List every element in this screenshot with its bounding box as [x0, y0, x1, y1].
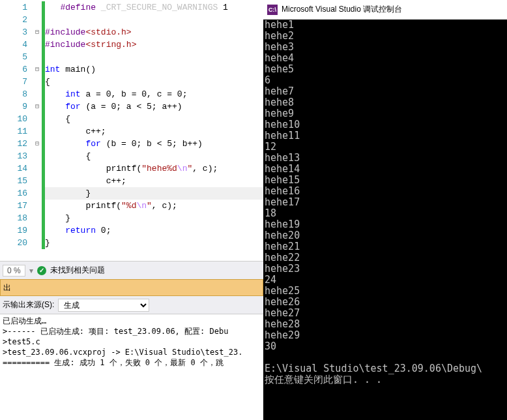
code-area[interactable]: #define _CRT_SECURE_NO_WARNINGS 1 #inclu…: [45, 0, 263, 261]
string: "%d: [121, 201, 136, 211]
keyword: return: [65, 226, 96, 235]
directive: #include: [45, 27, 85, 37]
fold-column[interactable]: ⊟⊟⊟⊟: [33, 0, 42, 261]
for-args: (b = 0; b < 5; b++): [101, 139, 203, 149]
call: printf(: [85, 201, 121, 211]
statement: 0;: [96, 226, 111, 235]
chevron-down-icon[interactable]: ▾: [29, 266, 33, 275]
string: "hehe%d: [141, 164, 177, 173]
string: ": [147, 201, 152, 211]
keyword: for: [85, 139, 100, 149]
check-icon: ✓: [37, 266, 46, 275]
brace: }: [65, 213, 70, 223]
statement: c++;: [106, 176, 126, 186]
keyword: for: [65, 102, 80, 112]
console-output[interactable]: hehe1 hehe2 hehe3 hehe4 hehe5 6 hehe7 he…: [263, 20, 507, 420]
percent-badge[interactable]: 0 %: [3, 265, 25, 277]
console-title: Microsoft Visual Studio 调试控制台: [282, 4, 402, 15]
output-source-select[interactable]: 生成: [58, 299, 149, 312]
output-toolbar: 示输出来源(S): 生成: [0, 296, 263, 314]
vs-console-icon: C:\: [267, 5, 278, 15]
output-panel-header[interactable]: 出: [0, 279, 263, 296]
output-header-label: 出: [3, 282, 11, 293]
header: <string.h>: [85, 40, 136, 50]
keyword: int: [45, 65, 60, 74]
call: printf(: [106, 164, 142, 173]
no-issues-text: 未找到相关问题: [50, 265, 105, 276]
escape: \n: [136, 201, 147, 211]
macro-value: 1: [218, 3, 228, 12]
directive: #define: [60, 3, 96, 12]
directive: #include: [45, 40, 85, 50]
for-args: (a = 0; a < 5; a++): [81, 102, 182, 112]
header: <stdio.h>: [85, 27, 131, 37]
escape: \n: [177, 164, 188, 173]
code-editor[interactable]: 1234567891011121314151617181920 ⊟⊟⊟⊟ #de…: [0, 0, 263, 261]
editor-status-bar: 0 % ▾ ✓ 未找到相关问题: [0, 261, 263, 279]
brace: }: [85, 188, 91, 198]
output-source-label: 示输出来源(S):: [3, 299, 54, 310]
brace: {: [45, 77, 50, 87]
keyword: int: [65, 89, 80, 99]
declaration: a = 0, b = 0, c = 0;: [81, 89, 188, 99]
brace: }: [45, 238, 50, 248]
statement: c++;: [85, 127, 106, 136]
args: , c);: [152, 201, 177, 211]
brace: {: [85, 151, 91, 161]
brace: {: [65, 114, 70, 124]
line-number-gutter: 1234567891011121314151617181920: [0, 0, 33, 261]
identifier: main(): [60, 65, 96, 74]
macro-name: _CRT_SECURE_NO_WARNINGS: [101, 3, 218, 12]
console-titlebar[interactable]: C:\ Microsoft Visual Studio 调试控制台: [263, 0, 507, 20]
debug-console-window: C:\ Microsoft Visual Studio 调试控制台 hehe1 …: [263, 0, 507, 420]
args: , c);: [192, 164, 218, 173]
output-text[interactable]: 已启动生成… >------ 已启动生成: 项目: test_23.09.06,…: [0, 314, 263, 420]
